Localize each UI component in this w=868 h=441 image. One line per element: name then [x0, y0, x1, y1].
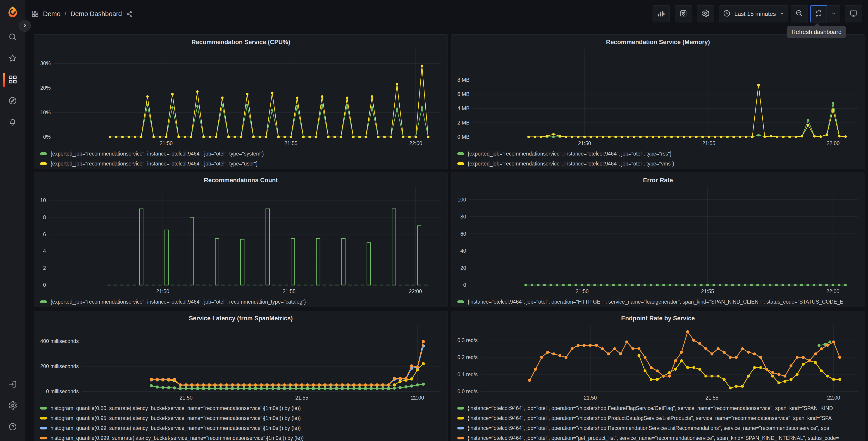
- sidebar-item-starred[interactable]: [0, 48, 25, 69]
- svg-text:0 milliseconds: 0 milliseconds: [46, 388, 79, 394]
- legend-label: {exported_job="recommendationservice", i…: [51, 299, 306, 305]
- sign-in-icon: [8, 379, 18, 390]
- legend-item[interactable]: {instance="otelcol:9464", job="otel", op…: [457, 403, 859, 413]
- svg-text:21:55: 21:55: [705, 395, 718, 401]
- svg-text:6: 6: [43, 231, 46, 237]
- time-range-label: Last 15 minutes: [734, 10, 776, 18]
- memory-chart[interactable]: 21:5021:5522:000 MB2 MB4 MB6 MB8 MB: [455, 47, 862, 147]
- legend-swatch: [40, 427, 47, 430]
- panel-title[interactable]: Recommendation Service (CPU%): [37, 37, 444, 47]
- svg-text:22:00: 22:00: [411, 395, 424, 401]
- svg-text:8 MB: 8 MB: [457, 77, 469, 83]
- sidebar-item-help[interactable]: ?: [0, 416, 25, 438]
- legend-swatch: [40, 300, 47, 303]
- memory-legend: {exported_job="recommendationservice", i…: [455, 147, 862, 169]
- sidebar-item-dashboards[interactable]: [0, 69, 25, 91]
- sidebar-item-settings[interactable]: [0, 395, 25, 416]
- svg-text:21:50: 21:50: [584, 395, 597, 401]
- svg-text:21:55: 21:55: [701, 288, 714, 294]
- help-icon: ?: [8, 422, 18, 432]
- star-icon: [8, 53, 18, 64]
- legend-item[interactable]: {instance="otelcol:9464", job="otel", op…: [457, 297, 859, 307]
- legend-label: {instance="otelcol:9464", job="otel", op…: [468, 425, 829, 431]
- legend-item[interactable]: {exported_job="recommendationservice", i…: [40, 159, 442, 169]
- legend-item[interactable]: {instance="otelcol:9464", job="otel", op…: [457, 423, 859, 433]
- legend-label: {instance="otelcol:9464", job="otel", op…: [468, 299, 843, 305]
- legend-swatch: [457, 162, 464, 165]
- sidebar-expand-button[interactable]: [19, 20, 31, 32]
- service-latency-legend: histogram_quantile(0.50, sum(rate(latenc…: [37, 402, 444, 441]
- legend-item[interactable]: {instance="otelcol:9464", job="otel", op…: [457, 433, 859, 441]
- legend-label: histogram_quantile(0.95, sum(rate(latenc…: [51, 415, 301, 421]
- svg-text:21:55: 21:55: [295, 395, 308, 401]
- cpu-chart[interactable]: 21:5021:5522:000%10%20%30%: [37, 47, 444, 147]
- legend-label: {instance="otelcol:9464", job="otel", op…: [468, 415, 832, 421]
- recommendations-count-chart[interactable]: 21:5021:5522:000246810: [37, 185, 444, 295]
- endpoint-rate-chart[interactable]: 21:5021:5522:000.0 req/s0.1 req/s0.2 req…: [455, 324, 862, 402]
- panel-title[interactable]: Recommendation Service (Memory): [455, 37, 862, 47]
- svg-text:?: ?: [11, 424, 14, 429]
- breadcrumb-dashboard[interactable]: Demo Dashboard: [70, 10, 122, 18]
- legend-label: histogram_quantile(0.50, sum(rate(latenc…: [51, 405, 301, 411]
- refresh-interval-dropdown[interactable]: [827, 5, 840, 22]
- tv-mode-button[interactable]: [845, 5, 862, 22]
- refresh-dashboard-button[interactable]: [810, 5, 827, 22]
- time-range-picker[interactable]: Last 15 minutes: [719, 5, 788, 22]
- svg-text:2: 2: [43, 265, 46, 271]
- legend-item[interactable]: histogram_quantile(0.50, sum(rate(latenc…: [40, 403, 442, 413]
- add-panel-button[interactable]: [653, 5, 670, 22]
- legend-item[interactable]: {exported_job="recommendationservice", i…: [40, 149, 442, 159]
- zoom-out-button[interactable]: [790, 5, 808, 22]
- svg-text:6 MB: 6 MB: [457, 91, 469, 97]
- legend-item[interactable]: {exported_job="recommendationservice", i…: [40, 297, 442, 307]
- legend-swatch: [457, 417, 464, 419]
- breadcrumb-folder[interactable]: Demo: [43, 10, 60, 18]
- add-panel-icon: [657, 9, 665, 19]
- svg-text:200 milliseconds: 200 milliseconds: [40, 363, 79, 369]
- sidebar-item-alerting[interactable]: [0, 112, 25, 133]
- svg-text:30%: 30%: [40, 60, 51, 66]
- svg-text:21:50: 21:50: [576, 288, 589, 294]
- svg-text:0.2 req/s: 0.2 req/s: [457, 354, 478, 360]
- error-rate-chart[interactable]: 21:5021:5522:00020406080100: [455, 185, 862, 295]
- svg-text:22:00: 22:00: [409, 140, 422, 146]
- panel-error-rate: Error Rate 21:5021:5522:00020406080100 {…: [451, 173, 865, 307]
- legend-swatch: [457, 407, 464, 410]
- svg-text:0%: 0%: [43, 134, 51, 140]
- panel-title[interactable]: Recommendations Count: [37, 175, 444, 185]
- svg-text:10%: 10%: [40, 110, 51, 115]
- svg-text:22:00: 22:00: [409, 288, 422, 294]
- refresh-button-group: [810, 5, 840, 22]
- gear-icon: [701, 9, 710, 19]
- legend-item[interactable]: histogram_quantile(0.999, sum(rate(laten…: [40, 433, 442, 441]
- share-icon[interactable]: [126, 10, 133, 18]
- grafana-logo[interactable]: [6, 5, 19, 18]
- legend-swatch: [40, 162, 47, 165]
- legend-item[interactable]: {exported_job="recommendationservice", i…: [457, 149, 859, 159]
- sidebar-item-explore[interactable]: [0, 91, 25, 112]
- legend-swatch: [40, 417, 47, 419]
- dashboard-settings-button[interactable]: [697, 5, 714, 22]
- save-icon: [679, 9, 688, 19]
- service-latency-chart[interactable]: 21:5021:5522:000 milliseconds200 millise…: [37, 324, 444, 402]
- panel-endpoint-rate: Endpoint Rate by Service 21:5021:5522:00…: [451, 311, 865, 441]
- legend-item[interactable]: {instance="otelcol:9464", job="otel", op…: [457, 413, 859, 423]
- svg-text:21:55: 21:55: [284, 140, 298, 146]
- dashboards-grid-icon: [31, 10, 39, 18]
- svg-text:20%: 20%: [40, 85, 51, 91]
- legend-item[interactable]: histogram_quantile(0.95, sum(rate(latenc…: [40, 413, 442, 423]
- panel-title[interactable]: Endpoint Rate by Service: [455, 313, 862, 324]
- panel-title[interactable]: Error Rate: [455, 175, 862, 185]
- panel-memory: Recommendation Service (Memory) 21:5021:…: [451, 34, 865, 169]
- panel-title[interactable]: Service Latency (from SpanMetrics): [37, 313, 444, 324]
- legend-label: {exported_job="recommendationservice", i…: [51, 161, 258, 167]
- chevron-down-icon: [831, 10, 837, 17]
- refresh-tooltip: Refresh dashboard: [787, 26, 846, 38]
- zoom-out-icon: [795, 9, 804, 19]
- refresh-icon: [814, 9, 823, 19]
- legend-item[interactable]: histogram_quantile(0.99, sum(rate(latenc…: [40, 423, 442, 433]
- bell-icon: [8, 117, 18, 128]
- legend-item[interactable]: {exported_job="recommendationservice", i…: [457, 159, 859, 169]
- save-dashboard-button[interactable]: [675, 5, 692, 22]
- sidebar-item-sign-in[interactable]: [0, 374, 25, 395]
